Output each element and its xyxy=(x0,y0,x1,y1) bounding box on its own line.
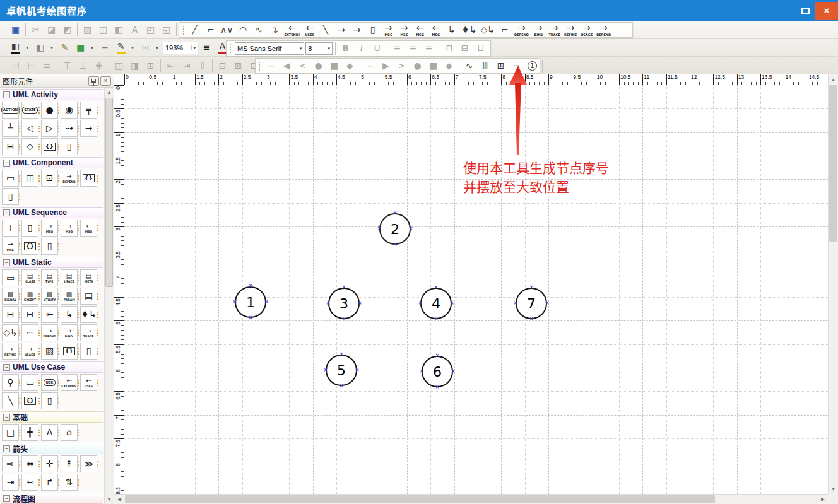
shape-arrow-right[interactable]: ⇨ xyxy=(2,455,19,472)
scroll-down-icon[interactable]: ▼ xyxy=(105,495,114,504)
space-down-button[interactable]: ⇥ xyxy=(179,59,194,73)
corner-arrow-tool[interactable]: ↴ xyxy=(268,23,282,37)
shape-send-signal[interactable]: ▷ xyxy=(41,120,58,137)
shape-decision[interactable]: ◇ xyxy=(21,138,38,155)
wave-tool[interactable]: ∿ xyxy=(252,23,266,37)
begin-none-button[interactable]: − xyxy=(264,59,278,73)
maximize-button[interactable] xyxy=(795,2,815,20)
shape-usage[interactable]: ⇢USAGE xyxy=(21,343,38,360)
scroll-up-icon[interactable]: ▲ xyxy=(829,74,838,85)
shape-item-box[interactable]: ⊟ xyxy=(21,306,38,323)
shape-dashed-arrow[interactable]: ⇢ xyxy=(61,120,78,137)
align-right-button[interactable]: ≡ xyxy=(422,42,436,56)
grid-toggle-button[interactable]: ⊞ xyxy=(493,59,508,73)
numbered-node-tool[interactable]: 1 xyxy=(525,59,540,73)
shape-metaclass[interactable]: ▤META xyxy=(80,269,97,286)
shape-code-note[interactable]: {} xyxy=(21,392,38,409)
nudge-left-button[interactable]: ⊠ xyxy=(231,59,245,73)
shape-line[interactable]: ╲ xyxy=(2,392,19,409)
copy-button[interactable]: ◪ xyxy=(44,23,59,37)
same-size-button[interactable]: ⊞ xyxy=(143,59,158,73)
gradient-fill-button[interactable]: ◧ xyxy=(33,40,47,55)
usage-arrow-tool[interactable]: ⇢USAGE xyxy=(579,23,594,37)
corner-connector-tool[interactable]: ↳ xyxy=(444,23,459,37)
shape-composition-corner[interactable]: ◇↳ xyxy=(2,324,19,341)
trace-arrow-tool[interactable]: ⇢TRACE xyxy=(547,23,562,37)
align-middles-button[interactable]: ⋕ xyxy=(91,59,106,73)
corner-open-diamond-connector-tool[interactable]: ◇↳ xyxy=(480,23,497,37)
section-header[interactable]: −UML Use Case xyxy=(1,361,103,373)
collapse-icon[interactable]: − xyxy=(3,364,10,371)
shape-receive-signal[interactable]: ◁ xyxy=(21,120,38,137)
shape-code-note[interactable]: {} xyxy=(21,238,38,255)
solid-arrow-tool[interactable]: → xyxy=(350,23,364,37)
align-bottoms-button[interactable]: ⊥ xyxy=(76,59,90,73)
shape-rectangle[interactable]: □ xyxy=(2,424,19,441)
nudge-up-button[interactable]: ⊟ xyxy=(215,59,230,73)
shape-arrow[interactable]: → xyxy=(80,120,97,137)
node-circle-3[interactable]: 3×××× xyxy=(328,288,360,319)
shape-component[interactable]: ◫ xyxy=(21,170,38,187)
scroll-down-icon[interactable]: ▼ xyxy=(829,484,838,494)
close-button[interactable]: × xyxy=(815,2,838,20)
align-left-button[interactable]: ≡ xyxy=(390,42,404,56)
shape-initial-state[interactable]: ● xyxy=(41,102,58,119)
shape-action[interactable]: ACTION xyxy=(2,102,19,119)
begin-diamond-button[interactable]: ◆ xyxy=(343,59,357,73)
scroll-up-icon[interactable]: ▲ xyxy=(105,88,114,97)
collapse-icon[interactable]: − xyxy=(3,445,10,452)
depend-arrow-tool-2[interactable]: ⇢DEPEND xyxy=(595,23,612,37)
diagonal-line-tool[interactable]: ╲ xyxy=(318,23,333,37)
begin-square-button[interactable]: ■ xyxy=(327,59,341,73)
align-center-button[interactable]: ≡ xyxy=(406,42,420,56)
shape-signal[interactable]: ▤SIGNAL xyxy=(2,288,19,305)
end-square-button[interactable]: ■ xyxy=(426,59,440,73)
line-style-button[interactable]: ┅ xyxy=(98,40,112,55)
valign-middle-button[interactable]: ⊟ xyxy=(457,42,472,56)
cut-button[interactable]: ✂ xyxy=(28,23,43,37)
shape-type[interactable]: ▤TYPE xyxy=(41,269,58,286)
shape-association-class[interactable]: ▤ xyxy=(80,288,97,305)
font-family-combo[interactable]: MS Sans Serif▾ xyxy=(235,42,304,55)
msg-arrow-open-tool[interactable]: →MSG xyxy=(381,23,396,37)
underline-button[interactable]: U xyxy=(370,42,384,56)
insert-image-button[interactable]: ▨ xyxy=(80,23,95,37)
shape-code-note[interactable]: {} xyxy=(61,343,78,360)
fill-color-button[interactable]: ◧ xyxy=(8,40,23,55)
section-header[interactable]: −UML Static xyxy=(1,257,103,268)
shape-utility[interactable]: ▤UTILITY xyxy=(41,288,58,305)
ungroup-button[interactable]: ◱ xyxy=(159,23,174,37)
shape-msg-return[interactable]: ⇀MSG xyxy=(2,238,19,255)
section-header[interactable]: −UML Component xyxy=(1,157,103,168)
shape-depend-arrow[interactable]: ⇢DEPEND xyxy=(61,170,78,187)
toolbar-grip[interactable] xyxy=(230,44,232,54)
section-header[interactable]: −基础 xyxy=(1,411,103,423)
parallel-lines-button[interactable]: Ⅲ xyxy=(478,59,492,73)
end-solid-arrow-button[interactable]: ▶ xyxy=(379,59,393,73)
group-button[interactable]: ◰ xyxy=(143,23,158,37)
shape-package[interactable]: ▭ xyxy=(21,374,38,391)
shape-fork-down[interactable]: ╤ xyxy=(80,102,97,119)
shape-note[interactable]: ▯ xyxy=(80,343,97,360)
shape-interface[interactable]: ▤I/FACE xyxy=(61,269,78,286)
text-button[interactable]: A xyxy=(127,23,142,37)
section-header[interactable]: −箭头 xyxy=(1,443,103,454)
node-circle-6[interactable]: 6×××× xyxy=(422,356,453,387)
shape-note[interactable]: ▯ xyxy=(61,138,78,155)
shape-use-case[interactable]: USE xyxy=(41,374,58,391)
align-centers-h-button[interactable]: ≡ xyxy=(40,59,54,73)
begin-circle-button[interactable]: ● xyxy=(311,59,326,73)
msg-arrow-dashed-tool[interactable]: ⇠MSG xyxy=(413,23,427,37)
toolbar-grip[interactable] xyxy=(3,43,5,53)
end-none-button[interactable]: − xyxy=(363,59,377,73)
shape-code-note[interactable]: {} xyxy=(80,170,97,187)
node-circle-7[interactable]: 7×××× xyxy=(516,288,547,319)
shadow-style-dropdown[interactable]: ▾ xyxy=(153,41,161,54)
format-brush-button[interactable]: ✎ xyxy=(57,40,72,55)
depend-arrow-tool[interactable]: ⇢DEPEND xyxy=(513,23,530,37)
shape-callout-arrow[interactable]: ⇥ xyxy=(2,474,19,491)
shape-polygon[interactable]: ⌂ xyxy=(61,424,78,441)
shape-state[interactable]: STATE xyxy=(21,102,38,119)
corner-line-tool[interactable]: ⌐ xyxy=(497,23,512,37)
shape-trace[interactable]: ⇢TRACE xyxy=(80,324,97,341)
